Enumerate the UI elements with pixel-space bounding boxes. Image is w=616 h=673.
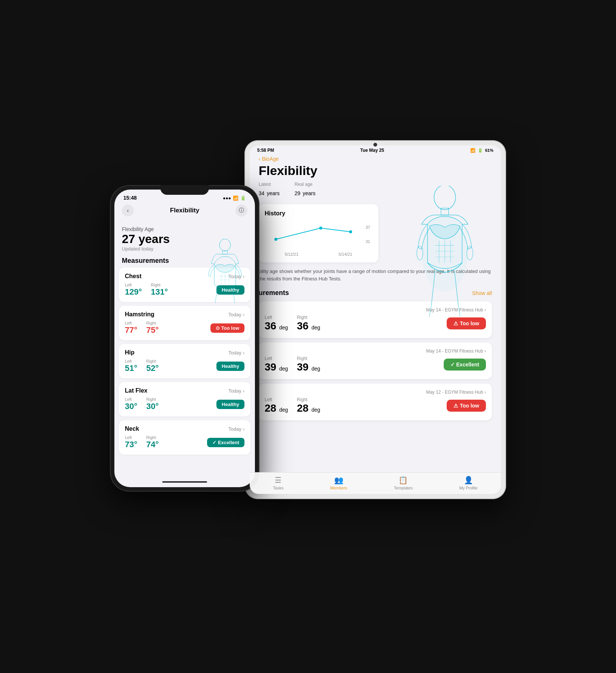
mc-right-chest: Right 131° <box>151 283 168 297</box>
mcard-right-2: Right 28 deg <box>297 397 320 414</box>
mc-header-neck: Neck Today › <box>125 425 244 432</box>
mcard-values-1: Left 39 deg Right 39 deg <box>265 356 320 373</box>
mc-right-val-latflex: 30° <box>146 402 158 411</box>
ipad-page-title: Flexibility <box>259 163 378 178</box>
ipad-status-bar: 5:58 PM Tue May 25 📶 🔋 61% <box>250 145 501 154</box>
mc-name-hamstring: Hamstring <box>125 311 154 318</box>
flex-age-section: Flexibility Age 27 years Updated today <box>122 226 247 252</box>
mcard-values-2: Left 28 deg Right 28 deg <box>265 397 320 414</box>
battery-icon: 🔋 <box>240 196 246 201</box>
latest-stat: Latest 34 years <box>259 182 280 197</box>
measure-card-chest[interactable]: Chest Today › Left 129° <box>119 268 250 302</box>
ipad-screen: 5:58 PM Tue May 25 📶 🔋 61% ‹ BioAge <box>250 145 501 494</box>
iphone-home-bar <box>114 477 255 487</box>
mc-left-latflex: Left 30° <box>125 397 137 411</box>
flex-updated: Updated today <box>122 246 247 252</box>
ipad-body-image <box>400 186 497 328</box>
svg-point-0 <box>274 238 277 241</box>
chevron-icon: › <box>243 350 244 356</box>
measurements-label: Measurements <box>114 257 255 265</box>
wifi-icon: 📶 <box>470 148 475 153</box>
measure-card-hip[interactable]: Hip Today › Left 51° <box>119 344 250 378</box>
iphone-nav-title: Flexibility <box>170 207 199 214</box>
mc-name-hip: Hip <box>125 349 135 356</box>
chart-date-1: 5/12/21 <box>285 252 299 256</box>
myprofile-label: My Profile <box>459 486 478 486</box>
mc-time-hip: Today › <box>228 350 244 356</box>
mc-left-val-neck: 73° <box>125 440 137 449</box>
badge-too-low-hamstring: ⊙ Too low <box>210 323 244 333</box>
mc-body-hamstring: Left 77° Right 75° ⊙ Too low <box>125 321 244 335</box>
badge-healthy-latflex: Healthy <box>216 400 244 409</box>
mc-body-latflex: Left 30° Right 30° Healthy <box>125 397 244 411</box>
wifi-icon: 📶 <box>233 196 238 201</box>
measure-card-neck[interactable]: Neck Today › Left 73° <box>119 420 250 455</box>
svg-point-2 <box>349 230 352 233</box>
battery-icon: 🔋 <box>478 148 483 153</box>
mcard-row-2: Left 28 deg Right 28 deg ⚠ Too low <box>265 397 486 414</box>
measure-card-latflex[interactable]: Lat Flex Today › Left 30° <box>119 382 250 417</box>
latest-label: Latest <box>259 182 280 187</box>
real-age-value: 29 years <box>295 188 315 197</box>
mc-left-val-latflex: 30° <box>125 402 137 411</box>
mc-header-chest: Chest Today › <box>125 273 244 280</box>
measure-card-hamstring[interactable]: Hamstring Today › Left 77° <box>119 306 250 340</box>
mc-left-neck: Left 73° <box>125 435 137 449</box>
badge-healthy-hip: Healthy <box>216 362 244 371</box>
mc-left-chest: Left 129° <box>125 283 142 297</box>
back-label: BioAge <box>262 156 279 162</box>
badge-excellent-neck: ✓ Excellent <box>207 438 244 447</box>
mcard-location-1[interactable]: May 14 - EGYM Fitness Hub › <box>265 348 486 354</box>
mcard-values-0: Left 36 deg Right 36 deg <box>265 315 320 332</box>
mcard-left-0: Left 36 deg <box>265 315 288 332</box>
back-chevron-icon: ‹ <box>259 156 261 162</box>
mc-time-hamstring: Today › <box>228 312 244 317</box>
measurement-card-1: May 14 - EGYM Fitness Hub › Left 39 deg … <box>259 342 492 379</box>
back-link[interactable]: ‹ BioAge <box>259 156 492 162</box>
history-title: History <box>265 210 372 217</box>
iphone-home-line <box>162 481 207 483</box>
ipad-content: ‹ BioAge Flexibility Latest 34 years <box>250 154 501 486</box>
ipad-device: 5:58 PM Tue May 25 📶 🔋 61% ‹ BioAge <box>244 140 506 499</box>
badge-too-low-2: ⚠ Too low <box>447 400 486 412</box>
tab-members[interactable]: 👥 Members <box>330 476 347 486</box>
svg-text:31: 31 <box>366 239 370 244</box>
ipad-status-right: 📶 🔋 61% <box>470 148 493 153</box>
signal-icon: ●●● <box>223 196 231 201</box>
mc-header-hip: Hip Today › <box>125 349 244 356</box>
chevron-icon: › <box>243 426 244 432</box>
mc-left-val-hip: 51° <box>125 363 137 373</box>
scene: 5:58 PM Tue May 25 📶 🔋 61% ‹ BioAge <box>110 125 506 548</box>
templates-icon: 📋 <box>398 476 408 485</box>
iphone-scroll[interactable]: Chest Today › Left 129° <box>114 268 255 477</box>
mc-name-neck: Neck <box>125 425 139 432</box>
iphone-screen: 15:48 ●●● 📶 🔋 ‹ Flexibility ⓘ <box>114 190 255 487</box>
templates-label: Templates <box>394 486 413 486</box>
iphone-nav: ‹ Flexibility ⓘ <box>114 203 255 220</box>
history-card: History 37 31 <box>259 204 378 262</box>
history-chart: 37 31 <box>265 221 373 247</box>
measurement-card-2: May 12 - EGYM Fitness Hub › Left 28 deg … <box>259 384 492 420</box>
mc-vals-neck: Left 73° Right 74° <box>125 435 159 449</box>
mc-vals-chest: Left 129° Right 131° <box>125 283 168 297</box>
real-age-label: Real age <box>295 182 315 187</box>
mcard-location-2[interactable]: May 12 - EGYM Fitness Hub › <box>265 390 486 395</box>
ipad-title-section: Flexibility Latest 34 years Real age <box>259 163 378 268</box>
tab-templates[interactable]: 📋 Templates <box>394 476 413 486</box>
mc-header-hamstring: Hamstring Today › <box>125 311 244 318</box>
flex-age-label: Flexibility Age <box>122 226 247 232</box>
back-button[interactable]: ‹ <box>122 205 134 216</box>
info-button[interactable]: ⓘ <box>235 205 247 216</box>
mc-right-hamstring: Right 75° <box>146 321 158 335</box>
tab-tasks[interactable]: ☰ Tasks <box>273 476 283 486</box>
tab-myprofile[interactable]: 👤 My Profile <box>459 476 478 486</box>
mc-right-neck: Right 74° <box>146 435 158 449</box>
ipad-time: 5:58 PM <box>257 148 274 153</box>
mc-header-latflex: Lat Flex Today › <box>125 387 244 394</box>
measurements-title: urements <box>259 289 289 297</box>
mc-name-chest: Chest <box>125 273 141 280</box>
chevron-icon: › <box>243 388 244 394</box>
tasks-icon: ☰ <box>275 476 281 485</box>
mcard-right-0: Right 36 deg <box>297 315 320 332</box>
mc-left-hip: Left 51° <box>125 359 137 373</box>
